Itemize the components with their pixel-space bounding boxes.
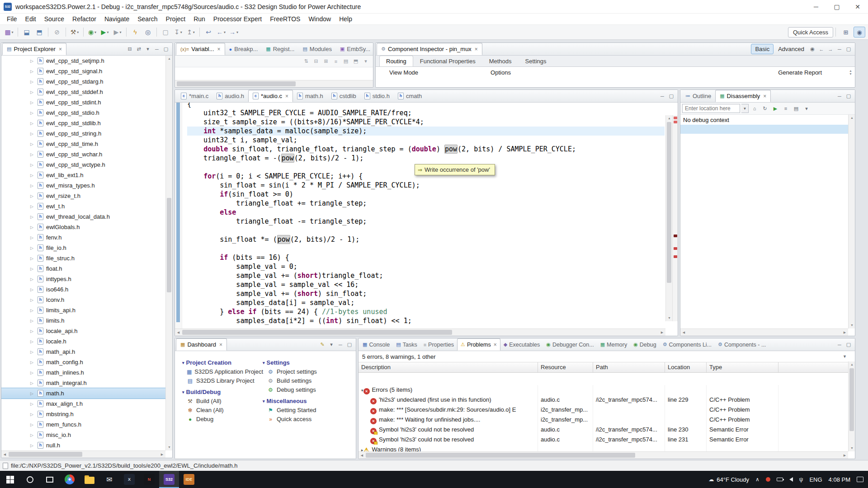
- tree-item-locale-api-h[interactable]: ▷hlocale_api.h: [1, 326, 165, 336]
- follow-pc-icon[interactable]: ▶: [771, 104, 780, 113]
- expand-arrow-icon[interactable]: ▷: [30, 183, 38, 188]
- scroll-down-arrow[interactable]: ▼: [849, 322, 855, 328]
- tree-item-file-struc-h[interactable]: ▷hfile_struc.h: [1, 253, 165, 263]
- scroll-left-arrow[interactable]: ◀: [175, 329, 182, 336]
- show-opcodes-icon[interactable]: ≡: [781, 104, 790, 113]
- quick-access-button[interactable]: Quick Access: [788, 27, 833, 38]
- search-button[interactable]: ◎: [142, 26, 154, 38]
- build-button[interactable]: ⚒▾: [69, 26, 80, 38]
- tree-item-ewl-cpp-std-wctype-h[interactable]: ▷hewl_cpp_std_wctype.h: [1, 160, 165, 170]
- scroll-right-arrow[interactable]: ▶: [159, 451, 165, 458]
- menu-search[interactable]: Search: [133, 14, 161, 25]
- tab-properties[interactable]: ≡Properties: [420, 338, 457, 351]
- column-header-description[interactable]: Description: [359, 362, 538, 372]
- tab-breakp[interactable]: ●Breakp...: [225, 43, 262, 55]
- dropdown-arrow-icon[interactable]: ▾: [94, 30, 96, 34]
- expand-arrow-icon[interactable]: ▷: [30, 339, 38, 344]
- menu-refactor[interactable]: Refactor: [68, 14, 100, 25]
- minimize-view-icon[interactable]: ─: [336, 340, 345, 349]
- expand-arrow-icon[interactable]: ▷: [30, 402, 38, 406]
- tab-tasks[interactable]: ▤Tasks: [393, 338, 420, 351]
- view-menu-icon[interactable]: ▾: [327, 340, 336, 349]
- tree-item-ewl-rsize-t-h[interactable]: ▷hewl_rsize_t.h: [1, 191, 165, 201]
- new-wizard-button[interactable]: ▩▾: [3, 26, 15, 38]
- menu-edit[interactable]: Edit: [21, 14, 40, 25]
- editor-tab-main-c[interactable]: c*main.c: [177, 90, 212, 102]
- collapse-arrow-icon[interactable]: ▾: [263, 399, 265, 404]
- dropdown-arrow-icon[interactable]: ▾: [193, 30, 195, 34]
- dropdown-arrow-icon[interactable]: ▾: [236, 30, 238, 34]
- tree-item-math-h[interactable]: ▷hmath.h: [1, 388, 165, 399]
- tree-item-limits-h[interactable]: ▷hlimits.h: [1, 315, 165, 326]
- column-header-location[interactable]: Location: [665, 362, 707, 372]
- dropdown-arrow-icon[interactable]: ▾: [180, 30, 182, 34]
- editor-vertical-scrollbar[interactable]: ▲ ▼: [665, 115, 672, 321]
- scroll-up-arrow[interactable]: ▲: [849, 115, 855, 121]
- tree-item-mem-funcs-h[interactable]: ▷hmem_funcs.h: [1, 419, 165, 430]
- edit-dashboard-icon[interactable]: ✎: [318, 340, 327, 349]
- expand-arrow-icon[interactable]: ▷: [30, 329, 38, 333]
- problems-vertical-scrollbar[interactable]: ▲ ▼: [848, 361, 855, 451]
- battery-icon[interactable]: [777, 478, 783, 481]
- tab-regist[interactable]: ▦Regist...: [262, 43, 298, 55]
- expand-arrow-icon[interactable]: ▷: [30, 225, 38, 230]
- expand-arrow-icon[interactable]: ▷: [30, 163, 38, 167]
- expand-arrow-icon[interactable]: ▷: [30, 381, 38, 385]
- back-icon[interactable]: ←: [817, 45, 826, 54]
- menu-file[interactable]: File: [3, 14, 21, 25]
- dropdown-arrow-icon[interactable]: ▾: [224, 30, 226, 34]
- show-source-icon[interactable]: ▤: [792, 104, 801, 113]
- tree-item-float-h[interactable]: ▷hfloat.h: [1, 263, 165, 274]
- disassembly-content[interactable]: No debug context: [680, 115, 848, 328]
- expand-arrow-icon[interactable]: ▷: [30, 360, 38, 365]
- tree-item-limits-api-h[interactable]: ▷hlimits_api.h: [1, 305, 165, 315]
- expand-arrow-icon[interactable]: ▷: [30, 215, 38, 219]
- tree-item-max-align-t-h[interactable]: ▷hmax_align_t.h: [1, 399, 165, 409]
- clock[interactable]: 4:08 PM: [829, 476, 850, 483]
- taskbar-file-explorer-button[interactable]: [80, 471, 99, 488]
- view-menu-icon[interactable]: ▼: [843, 354, 847, 359]
- tab-disassembly[interactable]: ▦Disassembly×: [715, 90, 771, 102]
- expand-arrow-icon[interactable]: ▷: [30, 371, 38, 375]
- dashboard-section-settings[interactable]: ▾Settings: [263, 359, 317, 366]
- volume-icon[interactable]: [789, 477, 793, 482]
- menu-processor-expert[interactable]: Processor Expert: [209, 14, 266, 25]
- tree-item-misc-io-h[interactable]: ▷hmisc_io.h: [1, 430, 165, 440]
- minimize-view-icon[interactable]: ─: [835, 340, 844, 349]
- expand-arrow-icon[interactable]: ▷: [30, 80, 38, 84]
- editor-horizontal-scrollbar[interactable]: ◀ ▶: [175, 328, 665, 336]
- problem-row[interactable]: ×make: *** Waiting for unfinished jobs..…: [359, 415, 848, 425]
- language-indicator[interactable]: ENG: [809, 476, 822, 483]
- scroll-up-arrow[interactable]: ▲: [666, 115, 673, 122]
- tree-item-ewl-lib-ext1-h[interactable]: ▷hewl_lib_ext1.h: [1, 170, 165, 180]
- menu-help[interactable]: Help: [335, 14, 356, 25]
- taskbar-search-button[interactable]: [20, 471, 40, 488]
- expand-arrow-icon[interactable]: ▷: [30, 246, 38, 250]
- tab-outline[interactable]: ≔Outline: [681, 90, 715, 102]
- menu-source[interactable]: Source: [40, 14, 68, 25]
- pin-view-icon[interactable]: ◉: [808, 45, 817, 54]
- taskbar-start-button[interactable]: [0, 471, 20, 488]
- column-header-resource[interactable]: Resource: [538, 362, 593, 372]
- dashboard-link-build-settings[interactable]: ⚙Build settings: [267, 377, 317, 384]
- minimize-button[interactable]: ─: [806, 0, 826, 14]
- close-icon[interactable]: ×: [494, 342, 497, 348]
- project-tree-vertical-scrollbar[interactable]: ▲ ▼: [165, 56, 172, 450]
- dashboard-section-build-debug[interactable]: ▾Build/Debug: [182, 389, 263, 395]
- view-menu-icon[interactable]: ▾: [143, 45, 152, 54]
- close-icon[interactable]: ×: [475, 46, 478, 52]
- inspector-tab-methods[interactable]: Methods: [482, 56, 519, 66]
- expand-arrow-icon[interactable]: ▷: [30, 391, 38, 396]
- expand-arrow-icon[interactable]: ▷: [30, 142, 38, 146]
- editor-tab-cstdlib[interactable]: hcstdlib: [327, 90, 360, 102]
- tab-project-explorer[interactable]: ▤ Project Explorer ×: [2, 43, 66, 55]
- taskbar-app-x-button[interactable]: X: [119, 471, 139, 488]
- tab-debugger-con[interactable]: ◉Debugger Con...: [543, 338, 597, 351]
- tree-item-ewl-thread-local-data-h[interactable]: ▷hewl_thread_local_data.h: [1, 211, 165, 222]
- options-label[interactable]: Options: [491, 69, 511, 76]
- project-tree-horizontal-scrollbar[interactable]: ◀ ▶: [1, 450, 165, 458]
- tree-item-ewl-cpp-std-string-h[interactable]: ▷hewl_cpp_std_string.h: [1, 128, 165, 139]
- advanced-mode-button[interactable]: Advanced: [774, 44, 808, 54]
- tree-item-locale-h[interactable]: ▷hlocale.h: [1, 336, 165, 347]
- tree-item-ewl-cpp-std-stdarg-h[interactable]: ▷hewl_cpp_std_stdarg.h: [1, 76, 165, 87]
